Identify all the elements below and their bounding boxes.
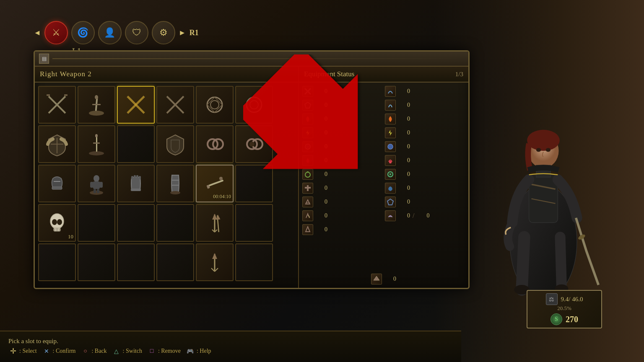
svg-rect-42: [93, 181, 100, 189]
stat-icon-11: [302, 224, 313, 235]
greaves-icon: [161, 169, 190, 198]
stat-icon-9: [302, 197, 313, 207]
item-empty-7[interactable]: [38, 243, 76, 281]
inventory-grid: 00:04:10: [35, 83, 298, 288]
stat-row-bottom: 0: [302, 273, 465, 285]
svg-point-25: [210, 101, 219, 109]
item-empty-3[interactable]: [78, 204, 115, 242]
grid-row-3: 00:04:10: [38, 165, 295, 202]
chakram-icon-1: [200, 90, 229, 119]
stat-icon-poison: [302, 169, 313, 180]
skull-icon: [42, 208, 72, 238]
stat-icon-atk: [302, 86, 313, 97]
stat-row-11: 0: [302, 223, 382, 236]
svg-rect-51: [139, 176, 141, 179]
equipment-section: Equipment Status 1/3: [299, 67, 468, 288]
stat-val-bottom: 0: [384, 276, 396, 282]
item-empty-9[interactable]: [117, 243, 155, 281]
stat-icon-bottom: [371, 274, 382, 284]
circle-button-icon: ○: [80, 346, 90, 356]
item-x-cross-1[interactable]: [156, 86, 194, 124]
item-arrows-1[interactable]: [196, 204, 234, 242]
svg-marker-84: [306, 227, 310, 232]
r1-arrow: ►: [179, 28, 186, 37]
face-icon: 👤: [104, 27, 115, 38]
filter-bar: ▤: [35, 52, 468, 67]
item-helm[interactable]: [38, 165, 76, 202]
item-empty-4[interactable]: [117, 204, 155, 242]
item-empty-1[interactable]: [117, 125, 155, 163]
item-gauntlets[interactable]: [117, 165, 155, 202]
stat-row-1: 0: [302, 85, 382, 98]
svg-rect-48: [131, 176, 133, 179]
dpad-icon: ✛: [8, 346, 18, 356]
main-panel: ▤ Right Weapon 2: [34, 50, 470, 289]
control-back: ○ : Back: [80, 346, 106, 356]
svg-rect-14: [47, 94, 50, 96]
item-empty-6[interactable]: [235, 204, 273, 242]
stat-row-8: 0: [302, 182, 382, 194]
figure-stand-icon: [82, 169, 111, 198]
stat-icon-bleed: [302, 155, 313, 166]
item-greaves[interactable]: [156, 165, 194, 202]
svg-rect-44: [99, 182, 103, 188]
grid-row-5: [38, 243, 295, 281]
stat-row-5: 0: [302, 140, 382, 153]
stats-box: ⚖ 9.4/ 46.0 20.5% S 270: [527, 290, 602, 328]
stat-val-4: 0: [315, 129, 327, 136]
stat-val-3: 0: [315, 116, 327, 122]
shield-2-icon: [161, 129, 190, 159]
item-chakram-2[interactable]: [235, 86, 273, 124]
item-rapier-stand[interactable]: [78, 125, 115, 163]
item-dagger-stand[interactable]: [78, 86, 115, 124]
grid-row-1: [38, 86, 295, 124]
svg-rect-49: [134, 175, 136, 179]
item-empty-10[interactable]: [156, 243, 194, 281]
stat-val-r3: 0: [397, 116, 410, 122]
control-select: ✛ : Select: [8, 346, 37, 356]
stat-icon-r5: [385, 141, 396, 152]
nav-tab-gear[interactable]: ⚙: [152, 21, 175, 44]
svg-point-24: [207, 97, 222, 112]
item-shield-2[interactable]: [156, 125, 194, 163]
stat-icon-r8: [385, 183, 396, 194]
nav-tab-sword[interactable]: ⚔: [44, 21, 68, 44]
filter-line: [52, 58, 464, 59]
svg-point-32: [95, 134, 98, 137]
item-empty-5[interactable]: [156, 204, 194, 242]
nav-tab-face[interactable]: 👤: [98, 21, 122, 44]
equipment-content: 0 0: [299, 83, 468, 288]
item-shield-wings[interactable]: [38, 125, 76, 163]
svg-marker-85: [389, 130, 392, 136]
item-skull[interactable]: 10: [38, 204, 76, 242]
svg-point-26: [247, 97, 262, 112]
item-empty-8[interactable]: [78, 243, 115, 281]
grid-row-2: [38, 125, 295, 163]
item-rings-1[interactable]: [196, 125, 234, 163]
item-rings-2[interactable]: [235, 125, 273, 163]
svg-point-30: [89, 151, 104, 155]
filter-icon: ▤: [39, 54, 49, 64]
stat-row-r6: 0: [385, 154, 465, 167]
stat-icon-r3: [385, 114, 396, 124]
nav-tab-armor[interactable]: 🛡: [125, 21, 148, 44]
select-label: : Select: [19, 348, 37, 354]
item-selected-blank[interactable]: [117, 86, 155, 124]
item-empty-2[interactable]: [235, 165, 273, 202]
stat-val-r7: 0: [397, 171, 410, 178]
item-estoc[interactable]: 00:04:10: [196, 165, 234, 202]
svg-point-38: [249, 142, 254, 147]
item-empty-11[interactable]: [235, 243, 273, 281]
svg-point-60: [57, 219, 62, 225]
stat-val-r1: 0: [397, 88, 410, 95]
stats-left-col: 0 0: [302, 85, 382, 270]
item-arrows-2[interactable]: [196, 243, 234, 281]
equipment-title: Equipment Status: [304, 70, 354, 78]
rapier-stand-icon: [82, 129, 111, 159]
item-crossed-swords[interactable]: [38, 86, 76, 124]
nav-tab-magic[interactable]: 🌀: [71, 21, 95, 44]
skull-count: 10: [68, 233, 73, 240]
item-figure-stand[interactable]: [78, 165, 115, 202]
item-chakram-1[interactable]: [196, 86, 234, 124]
svg-point-57: [219, 177, 223, 180]
